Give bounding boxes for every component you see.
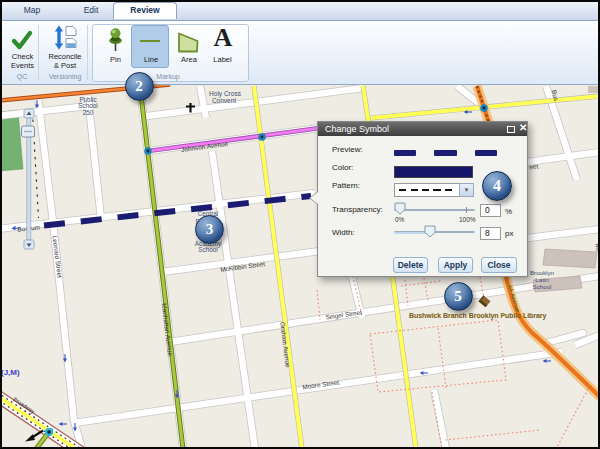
svg-text:Bushwick Branch Brooklyn Publi: Bushwick Branch Brooklyn Public Library bbox=[409, 312, 546, 320]
svg-text:School: School bbox=[198, 246, 218, 253]
svg-text:Convent: Convent bbox=[212, 97, 236, 104]
svg-text:Latin: Latin bbox=[535, 276, 549, 283]
svg-text:Brooklyn: Brooklyn bbox=[530, 269, 555, 276]
svg-text:School: School bbox=[533, 283, 552, 290]
svg-text:250: 250 bbox=[83, 109, 94, 116]
svg-text:eet: eet bbox=[529, 162, 539, 170]
svg-text:(J,M): (J,M) bbox=[2, 368, 20, 377]
